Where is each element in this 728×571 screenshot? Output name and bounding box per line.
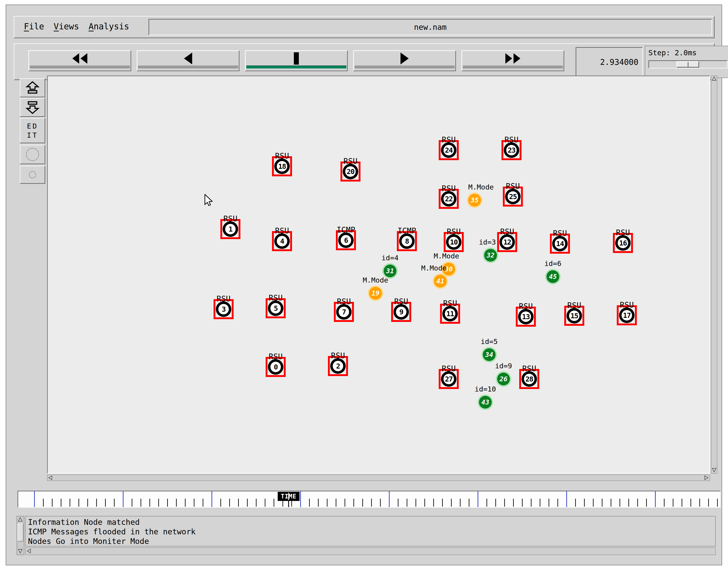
vehicle-node-45[interactable]: id=645 bbox=[547, 270, 559, 283]
rsu-node-3[interactable]: RSU3 bbox=[214, 299, 234, 319]
rsu-node-18[interactable]: RSU18 bbox=[272, 156, 292, 176]
scroll-left-arrow[interactable] bbox=[47, 475, 53, 481]
canvas-vertical-scrollbar[interactable] bbox=[711, 76, 717, 474]
menu-views[interactable]: Views bbox=[54, 22, 79, 31]
rsu-node-22[interactable]: RSU22 bbox=[439, 189, 459, 209]
node-highlight-box: RSU0 bbox=[266, 357, 286, 377]
fast-forward-icon bbox=[505, 53, 521, 64]
node-highlight-box: RSU20 bbox=[341, 161, 360, 182]
ruler-minor-tick bbox=[682, 499, 682, 506]
log-vertical-scrollbar[interactable] bbox=[17, 516, 24, 555]
time-slider-thumb[interactable]: TIME bbox=[278, 492, 299, 501]
ruler-minor-tick bbox=[61, 499, 62, 506]
monitor-node-19[interactable]: M.Mode19 bbox=[369, 287, 382, 300]
rsu-node-27[interactable]: RSU27 bbox=[439, 369, 459, 389]
node-circle: 27 bbox=[441, 371, 457, 387]
node-highlight-box: RSU2 bbox=[328, 356, 348, 376]
vehicle-node-34[interactable]: id=534 bbox=[483, 348, 496, 361]
log-line: Information Node matched bbox=[28, 517, 713, 527]
rsu-node-16[interactable]: RSU16 bbox=[613, 233, 633, 253]
mobile-node-label: M.Mode bbox=[468, 183, 494, 191]
ruler-minor-tick bbox=[185, 499, 186, 506]
node-label: ICMP bbox=[397, 226, 416, 235]
rsu-node-17[interactable]: RSU17 bbox=[617, 305, 637, 325]
node-circle: 8 bbox=[399, 233, 414, 249]
step-slider[interactable] bbox=[648, 60, 728, 69]
node-circle: 22 bbox=[441, 191, 457, 207]
ruler-minor-tick bbox=[522, 499, 523, 506]
node-highlight-box: RSU10 bbox=[444, 232, 464, 252]
time-slider-ruler[interactable]: TIME bbox=[17, 491, 721, 508]
rsu-node-15[interactable]: RSU15 bbox=[564, 306, 584, 326]
node-highlight-box: ICMP6 bbox=[336, 230, 356, 250]
rsu-node-14[interactable]: RSU14 bbox=[550, 234, 570, 254]
rsu-node-5[interactable]: RSU5 bbox=[266, 298, 286, 318]
node-circle: 2 bbox=[330, 358, 346, 374]
rsu-node-12[interactable]: RSU12 bbox=[497, 232, 517, 252]
rsu-node-8[interactable]: ICMP8 bbox=[397, 231, 417, 251]
ruler-minor-tick bbox=[274, 499, 274, 506]
rsu-node-28[interactable]: RSU28 bbox=[519, 369, 539, 389]
monitor-node-41[interactable]: M.Mode41 bbox=[434, 275, 447, 288]
rsu-node-9[interactable]: RSU9 bbox=[391, 302, 411, 322]
annotation-log[interactable]: Information Node matchedICMP Messages fl… bbox=[25, 516, 716, 547]
vehicle-node-31[interactable]: id=431 bbox=[384, 264, 396, 277]
mobile-node-label: id=10 bbox=[475, 385, 496, 393]
ruler-minor-tick bbox=[593, 499, 594, 506]
rsu-node-24[interactable]: RSU24 bbox=[439, 140, 459, 160]
rsu-node-13[interactable]: RSU13 bbox=[516, 307, 536, 327]
node-label: RSU bbox=[519, 302, 533, 311]
small-node-tool-button[interactable] bbox=[20, 165, 45, 184]
log-scroll-down-arrow[interactable] bbox=[17, 548, 23, 554]
menu-file[interactable]: File bbox=[24, 22, 44, 31]
fast-forward-button[interactable] bbox=[462, 50, 564, 71]
step-slider-thumb[interactable] bbox=[677, 61, 699, 68]
ruler-minor-tick bbox=[575, 499, 576, 506]
ruler-minor-tick bbox=[602, 499, 602, 506]
vehicle-node-26[interactable]: id=926 bbox=[497, 373, 510, 385]
log-scroll-up-arrow[interactable] bbox=[17, 517, 23, 523]
stop-button[interactable] bbox=[245, 50, 348, 71]
rsu-node-2[interactable]: RSU2 bbox=[328, 356, 348, 376]
trace-filename-field[interactable]: new.nam bbox=[148, 19, 712, 35]
node-circle: 7 bbox=[336, 304, 352, 320]
monitor-node-35[interactable]: M.Mode35 bbox=[468, 194, 481, 207]
scroll-right-arrow[interactable] bbox=[704, 475, 710, 481]
log-scroll-left-arrow[interactable] bbox=[26, 548, 32, 554]
rsu-node-7[interactable]: RSU7 bbox=[334, 302, 354, 322]
ruler-minor-tick bbox=[380, 499, 381, 506]
edit-button[interactable]: ED IT bbox=[20, 118, 45, 143]
vehicle-node-32[interactable]: id=332 bbox=[484, 249, 497, 262]
log-horizontal-scrollbar[interactable] bbox=[25, 547, 716, 555]
back-play-button[interactable] bbox=[137, 50, 239, 71]
rsu-node-0[interactable]: RSU0 bbox=[266, 357, 286, 377]
node-highlight-box: RSU12 bbox=[497, 232, 517, 252]
rsu-node-10[interactable]: RSU10 bbox=[444, 232, 464, 252]
menu-analysis[interactable]: Analysis bbox=[89, 22, 129, 31]
play-button[interactable] bbox=[353, 50, 456, 71]
zoom-in-button[interactable] bbox=[20, 78, 45, 97]
node-circle: 18 bbox=[274, 158, 290, 174]
rsu-node-1[interactable]: RSU1 bbox=[220, 219, 240, 239]
ruler-minor-tick bbox=[96, 499, 97, 506]
ruler-minor-tick bbox=[238, 499, 239, 506]
rsu-node-25[interactable]: RSU25 bbox=[503, 187, 523, 207]
rewind-button[interactable] bbox=[28, 50, 131, 71]
time-slider-pin bbox=[288, 501, 289, 507]
zoom-out-button[interactable] bbox=[20, 98, 45, 117]
rsu-node-20[interactable]: RSU20 bbox=[341, 161, 360, 182]
ruler-minor-tick bbox=[87, 499, 88, 506]
canvas-horizontal-scrollbar[interactable] bbox=[47, 474, 710, 481]
rsu-node-6[interactable]: ICMP6 bbox=[336, 230, 356, 250]
rsu-node-23[interactable]: RSU23 bbox=[501, 140, 521, 160]
vehicle-node-43[interactable]: id=1043 bbox=[479, 396, 492, 409]
rsu-node-4[interactable]: RSU4 bbox=[272, 231, 292, 251]
rsu-node-11[interactable]: RSU11 bbox=[440, 304, 460, 324]
scroll-up-arrow[interactable] bbox=[711, 76, 717, 82]
scroll-down-arrow[interactable] bbox=[711, 467, 717, 473]
log-scrollbar-thumb[interactable] bbox=[17, 524, 23, 542]
large-node-tool-button[interactable] bbox=[20, 145, 45, 164]
ruler-minor-tick bbox=[424, 499, 425, 506]
animation-canvas[interactable]: M.Mode35M.Mode30M.Mode41M.Mode19id=431id… bbox=[47, 76, 710, 474]
node-circle: 15 bbox=[567, 308, 582, 324]
